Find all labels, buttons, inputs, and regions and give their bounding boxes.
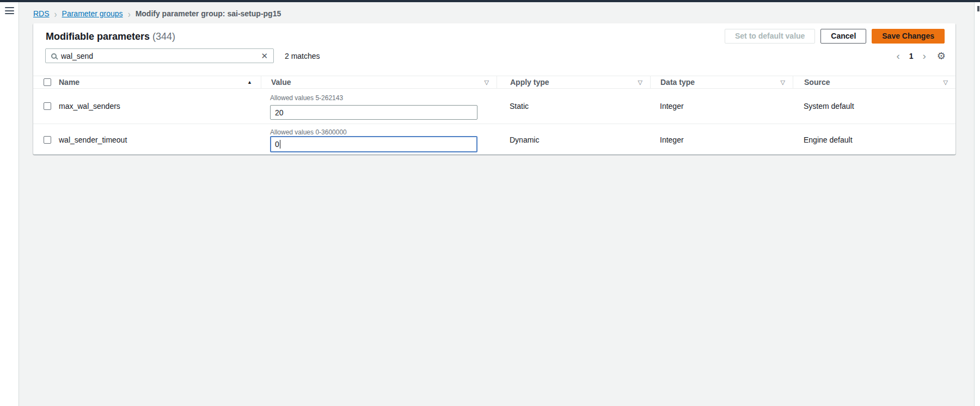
page-title: Modifiable parameters (344) [46, 30, 175, 42]
filter-icon[interactable]: ▽ [638, 79, 642, 86]
modifiable-parameters-panel: Modifiable parameters (344) Set to defau… [33, 23, 955, 155]
parameter-search-box[interactable]: ✕ [45, 48, 274, 63]
page-title-count: (344) [152, 31, 175, 42]
breadcrumb-link-rds[interactable]: RDS [33, 9, 50, 18]
filter-icon[interactable]: ▽ [781, 79, 785, 86]
allowed-values-label: Allowed values 5-262143 [270, 94, 497, 102]
parameter-name-cell: wal_sender_timeout [54, 124, 261, 156]
table-settings-gear-icon[interactable]: ⚙ [937, 50, 946, 61]
value-input[interactable] [270, 105, 477, 120]
cancel-button[interactable]: Cancel [820, 29, 866, 44]
parameter-value-cell: Allowed values 0-3600000 0 [261, 124, 497, 156]
set-to-default-button[interactable]: Set to default value [725, 29, 815, 44]
search-icon [51, 53, 57, 59]
column-header-source-label: Source [804, 78, 830, 87]
table-row: wal_sender_timeout Allowed values 0-3600… [33, 124, 955, 156]
chevron-right-icon: › [54, 9, 57, 19]
pagination: ‹ 1 › ⚙ [895, 48, 946, 63]
apply-type-cell: Static [497, 89, 650, 124]
column-header-apply-type[interactable]: Apply type ▽ [497, 76, 650, 89]
parameter-name-cell: max_wal_senders [54, 89, 261, 124]
table-row: max_wal_senders Allowed values 5-262143 … [33, 89, 955, 124]
column-header-source[interactable]: Source ▽ [793, 76, 955, 89]
select-all-checkbox[interactable] [44, 78, 51, 86]
breadcrumb-current: Modify parameter group: sai-setup-pg15 [136, 9, 281, 18]
parameters-table: Name ▲ Value ▽ Apply type ▽ Data type ▽ … [33, 76, 955, 156]
source-cell: System default [793, 89, 955, 124]
row-select-cell [33, 124, 54, 156]
search-input[interactable] [61, 52, 260, 60]
right-panel-icon [977, 6, 979, 11]
column-header-value-label: Value [271, 78, 291, 87]
table-toolbar: ✕ 2 matches [45, 48, 946, 63]
apply-type-cell: Dynamic [497, 124, 650, 156]
table-header-row: Name ▲ Value ▽ Apply type ▽ Data type ▽ … [33, 76, 955, 89]
column-header-data-type[interactable]: Data type ▽ [650, 76, 793, 89]
data-type-cell: Integer [650, 89, 793, 124]
column-header-name-label: Name [59, 78, 79, 87]
hamburger-menu-icon[interactable] [5, 7, 14, 14]
breadcrumb-link-parameter-groups[interactable]: Parameter groups [62, 9, 123, 18]
collapsed-right-panel[interactable] [974, 2, 980, 406]
column-header-data-type-label: Data type [660, 78, 695, 87]
next-page-icon[interactable]: › [922, 51, 927, 61]
sort-ascending-icon: ▲ [247, 79, 252, 85]
previous-page-icon[interactable]: ‹ [895, 51, 901, 61]
column-header-name[interactable]: Name ▲ [54, 78, 261, 87]
filter-icon[interactable]: ▽ [485, 79, 489, 86]
chevron-right-icon: › [128, 9, 131, 19]
collapsed-left-sidebar [0, 2, 19, 406]
allowed-values-label: Allowed values 0-3600000 [270, 128, 497, 136]
text-cursor [280, 140, 281, 149]
value-input-focused[interactable]: 0 [270, 136, 477, 152]
page-title-text: Modifiable parameters [46, 31, 150, 42]
column-header-value[interactable]: Value ▽ [261, 76, 497, 89]
value-input-text: 0 [275, 140, 279, 149]
console-top-bar [0, 0, 980, 2]
current-page-number[interactable]: 1 [909, 52, 914, 60]
parameter-value-cell: Allowed values 5-262143 [261, 89, 497, 124]
row-checkbox[interactable] [44, 136, 51, 144]
row-checkbox[interactable] [44, 102, 51, 110]
breadcrumb: RDS › Parameter groups › Modify paramete… [33, 9, 281, 18]
row-select-cell [33, 89, 54, 124]
source-cell: Engine default [793, 124, 955, 156]
filter-icon[interactable]: ▽ [944, 79, 948, 86]
save-changes-button[interactable]: Save Changes [872, 29, 945, 44]
data-type-cell: Integer [650, 124, 793, 156]
match-count: 2 matches [285, 52, 320, 60]
clear-search-icon[interactable]: ✕ [260, 52, 269, 60]
column-header-apply-type-label: Apply type [510, 78, 549, 87]
select-all-cell [33, 78, 54, 86]
header-actions: Set to default value Cancel Save Changes [725, 29, 945, 44]
